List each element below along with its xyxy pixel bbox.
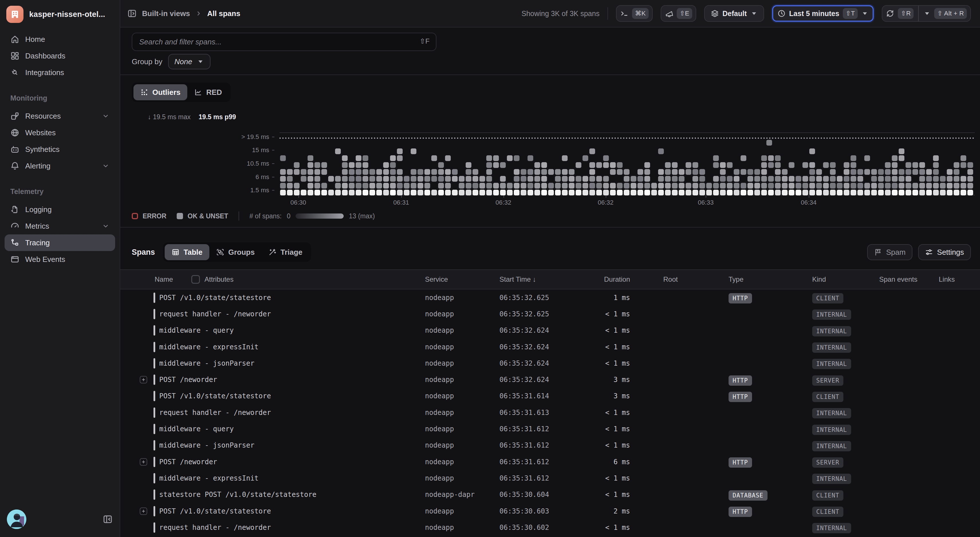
- heatmap-cell: [521, 183, 527, 188]
- heatmap-cell: [638, 183, 643, 188]
- expand-row-button[interactable]: [140, 507, 147, 515]
- dot-grid-icon: [140, 88, 148, 96]
- sidebar-item-home[interactable]: Home: [5, 31, 115, 48]
- heatmap-cell: [782, 169, 788, 175]
- heatmap-cell: [727, 162, 733, 168]
- group-by-select[interactable]: None: [168, 54, 210, 69]
- sidebar-item-dashboards[interactable]: Dashboards: [5, 48, 115, 64]
- sidebar-item-resources[interactable]: Resources: [5, 108, 115, 124]
- sidebar-item-label: Synthetics: [25, 145, 60, 154]
- table-row[interactable]: statestore POST /v1.0/state/statestoreno…: [120, 486, 980, 503]
- collapse-sidebar-icon[interactable]: [102, 514, 113, 524]
- heatmap-cell: [823, 176, 829, 182]
- tab-red[interactable]: RED: [187, 84, 229, 100]
- topbar: Built-in views All spans Showing 3K of 3…: [120, 0, 980, 27]
- heatmap-cell: [486, 162, 492, 168]
- span-name: POST /neworder: [159, 376, 217, 384]
- settings-button[interactable]: Settings: [918, 244, 971, 260]
- expand-row-button[interactable]: [140, 458, 147, 466]
- heatmap-cell: [961, 183, 966, 188]
- sidebar-item-synthetics[interactable]: Synthetics: [5, 141, 115, 158]
- sidebar-item-tracing[interactable]: Tracing: [5, 234, 115, 251]
- col-start-time[interactable]: Start Time ↓: [500, 276, 597, 284]
- heatmap-cell: [528, 176, 533, 182]
- heatmap-cell: [665, 176, 671, 182]
- heatmap-cell: [809, 162, 815, 168]
- table-row[interactable]: POST /v1.0/state/statestorenodeapp06:35:…: [120, 503, 980, 519]
- table-row[interactable]: middleware - jsonParsernodeapp06:35:31.6…: [120, 437, 980, 454]
- expand-spacer: [140, 409, 147, 416]
- breadcrumb-parent[interactable]: Built-in views: [142, 9, 190, 18]
- heatmap-cell: [280, 190, 286, 196]
- heatmap-cell: [500, 183, 506, 188]
- time-range-button[interactable]: Last 5 minutes ⇧T: [772, 5, 874, 22]
- heatmap-cell: [376, 169, 382, 175]
- expand-spacer: [140, 441, 147, 449]
- table-row[interactable]: request handler - /newordernodeapp06:35:…: [120, 519, 980, 535]
- tab-groups[interactable]: Groups: [209, 244, 261, 260]
- heatmap-cell: [644, 162, 650, 168]
- expand-row-button[interactable]: [140, 376, 147, 383]
- spans-label: Spans: [132, 248, 155, 257]
- heatmap-cell: [541, 176, 547, 182]
- sidebar-item-alerting[interactable]: Alerting: [5, 158, 115, 174]
- table-row[interactable]: middleware - expressInitnodeapp06:35:32.…: [120, 339, 980, 355]
- heatmap-cell: [864, 190, 870, 196]
- view-selector-button[interactable]: Default: [704, 5, 764, 22]
- refresh-button[interactable]: ⇧R ⇧ Alt + R: [882, 5, 971, 22]
- heatmap-cell: [816, 169, 822, 175]
- cell-duration: < 1 ms: [597, 441, 637, 449]
- heatmap-cell: [933, 169, 939, 175]
- heatmap-cell: [473, 176, 478, 182]
- table-row[interactable]: POST /v1.0/state/statestorenodeapp06:35:…: [120, 289, 980, 306]
- heatmap-cell: [307, 162, 313, 168]
- command-palette-button[interactable]: ⌘K: [616, 5, 652, 22]
- tab-table[interactable]: Table: [165, 244, 209, 260]
- attributes-checkbox[interactable]: [191, 275, 200, 284]
- heatmap-cell: [713, 190, 719, 196]
- table-row[interactable]: POST /v1.0/state/statestorenodeapp06:35:…: [120, 388, 980, 404]
- table-row[interactable]: request handler - /newordernodeapp06:35:…: [120, 306, 980, 322]
- workspace-switcher[interactable]: kasper-nissen-otel...: [0, 0, 120, 23]
- chevron-down-icon: [863, 12, 867, 15]
- spans-view-tabs: Table Groups Triage: [163, 242, 311, 262]
- heatmap-cell: [954, 162, 959, 168]
- heatmap-cell: [892, 176, 897, 182]
- heatmap-cell: [445, 190, 451, 196]
- table-row[interactable]: request handler - /newordernodeapp06:35:…: [120, 404, 980, 421]
- heatmap-cell: [452, 190, 458, 196]
- spam-button[interactable]: Spam: [867, 244, 912, 260]
- cell-name: request handler - /neworder: [140, 309, 425, 319]
- table-row[interactable]: middleware - jsonParsernodeapp06:35:32.6…: [120, 355, 980, 371]
- sidebar-item-metrics[interactable]: Metrics: [5, 218, 115, 234]
- sidebar-item-integrations[interactable]: Integrations: [5, 64, 115, 81]
- announcements-button[interactable]: ⇧E: [661, 5, 696, 22]
- cell-kind: INTERNAL: [812, 406, 879, 418]
- heatmap-cell: [795, 176, 801, 182]
- refresh-alt-kbd: ⇧ Alt + R: [934, 8, 967, 19]
- tab-triage[interactable]: Triage: [261, 244, 309, 260]
- table-row[interactable]: middleware - querynodeapp06:35:32.624< 1…: [120, 322, 980, 339]
- sidebar-item-web-events[interactable]: Web Events: [5, 251, 115, 268]
- type-badge: HTTP: [729, 375, 752, 386]
- sidebar-item-websites[interactable]: Websites: [5, 124, 115, 141]
- sidebar-item-label: Dashboards: [25, 52, 65, 61]
- table-row[interactable]: middleware - expressInitnodeapp06:35:31.…: [120, 470, 980, 486]
- heatmap-cell: [768, 162, 774, 168]
- heatmap-cell: [940, 176, 946, 182]
- search-input[interactable]: [132, 33, 436, 51]
- table-row[interactable]: POST /newordernodeapp06:35:32.6243 msHTT…: [120, 371, 980, 388]
- heatmap-cell: [369, 169, 375, 175]
- table-row[interactable]: middleware - querynodeapp06:35:31.612< 1…: [120, 421, 980, 437]
- tab-outliers[interactable]: Outliers: [134, 84, 187, 100]
- sidebar-item-label: Metrics: [25, 222, 49, 231]
- panel-left-icon[interactable]: [127, 9, 137, 18]
- user-avatar[interactable]: [7, 510, 26, 529]
- table-row[interactable]: POST /newordernodeapp06:35:31.6126 msHTT…: [120, 454, 980, 470]
- heatmap-cell: [603, 155, 609, 161]
- heatmap-cell: [328, 176, 334, 182]
- cell-duration: 3 ms: [597, 392, 637, 400]
- span-depth-bar: [153, 391, 155, 401]
- sidebar-item-logging[interactable]: Logging: [5, 201, 115, 218]
- heatmap-cell: [287, 176, 293, 182]
